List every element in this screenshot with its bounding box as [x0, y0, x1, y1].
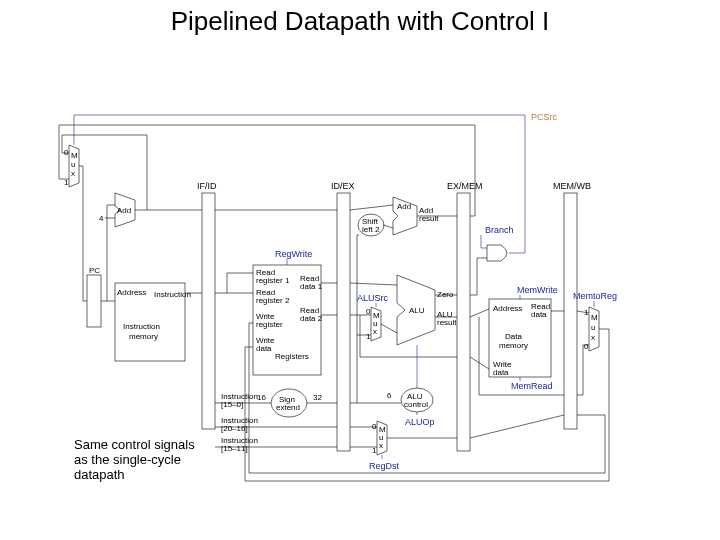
svg-text:[15–0]: [15–0]: [221, 400, 243, 409]
svg-text:data: data: [493, 368, 509, 377]
regdst-label: RegDst: [369, 461, 400, 471]
svg-text:0: 0: [584, 342, 589, 351]
four-label: 4: [99, 214, 104, 223]
pcsrc-label: PCSrc: [531, 112, 558, 122]
svg-text:left 2: left 2: [362, 225, 380, 234]
svg-text:1: 1: [366, 332, 371, 341]
imem-name: Instruction: [123, 322, 160, 331]
imem-name2: memory: [129, 332, 158, 341]
svg-text:[20–16]: [20–16]: [221, 424, 248, 433]
pc-mux-label: M: [71, 151, 78, 160]
pc-mux-label3: x: [71, 169, 75, 178]
svg-text:0: 0: [372, 422, 377, 431]
page-title: Pipelined Datapath with Control I: [0, 6, 720, 37]
pc-mux-label2: u: [71, 160, 75, 169]
alu-zero-label: Zero: [437, 290, 454, 299]
svg-text:memory: memory: [499, 341, 528, 350]
ifid-register: [202, 193, 215, 429]
svg-text:data: data: [531, 310, 547, 319]
regfile-label: Registers: [275, 352, 309, 361]
regwrite-label: RegWrite: [275, 249, 312, 259]
branch-add-label: Add: [397, 202, 411, 211]
svg-text:extend: extend: [276, 403, 300, 412]
svg-text:u: u: [591, 323, 595, 332]
sixteen-label: 16: [257, 393, 266, 402]
alu-label: ALU: [409, 306, 425, 315]
svg-text:[15–11]: [15–11]: [221, 444, 248, 453]
aluop-label: ALUOp: [405, 417, 435, 427]
memwrite-label: MemWrite: [517, 285, 558, 295]
svg-text:data: data: [256, 344, 272, 353]
idex-register: [337, 193, 350, 451]
svg-text:result: result: [419, 214, 439, 223]
pc-label: PC: [89, 266, 100, 275]
mux-in1: 1: [64, 178, 69, 187]
branch-and-gate: [487, 245, 507, 261]
exmem-label: EX/MEM: [447, 181, 483, 191]
alusrc-label: ALUSrc: [357, 293, 389, 303]
dm-name: Data: [505, 332, 522, 341]
svg-text:data 1: data 1: [300, 282, 323, 291]
svg-text:M: M: [591, 313, 598, 322]
memwb-register: [564, 193, 577, 429]
svg-text:data 2: data 2: [300, 314, 323, 323]
svg-text:1: 1: [372, 446, 377, 455]
mux-in0: 0: [64, 148, 69, 157]
ifid-label: IF/ID: [197, 181, 217, 191]
svg-text:0: 0: [366, 307, 371, 316]
svg-text:register 2: register 2: [256, 296, 290, 305]
svg-text:x: x: [379, 441, 383, 450]
svg-text:x: x: [591, 333, 595, 342]
memread-label: MemRead: [511, 381, 553, 391]
if-adder-label: Add: [117, 206, 131, 215]
svg-text:x: x: [373, 327, 377, 336]
branch-label: Branch: [485, 225, 514, 235]
datapath-diagram: IF/ID ID/EX EX/MEM MEM/WB M u x 0 1 PC A…: [57, 85, 617, 505]
svg-text:register 1: register 1: [256, 276, 290, 285]
imem-addr-label: Address: [117, 288, 146, 297]
dm-addr-label: Address: [493, 304, 522, 313]
memtoreg-label: MemtoReg: [573, 291, 617, 301]
pc-register: [87, 275, 101, 327]
thirtytwo-label: 32: [313, 393, 322, 402]
svg-text:register: register: [256, 320, 283, 329]
memwb-label: MEM/WB: [553, 181, 591, 191]
idex-label: ID/EX: [331, 181, 355, 191]
svg-text:control: control: [404, 400, 428, 409]
svg-text:result: result: [437, 318, 457, 327]
six-label: 6: [387, 391, 392, 400]
imem-out-label: Instruction: [154, 290, 191, 299]
exmem-register: [457, 193, 470, 451]
